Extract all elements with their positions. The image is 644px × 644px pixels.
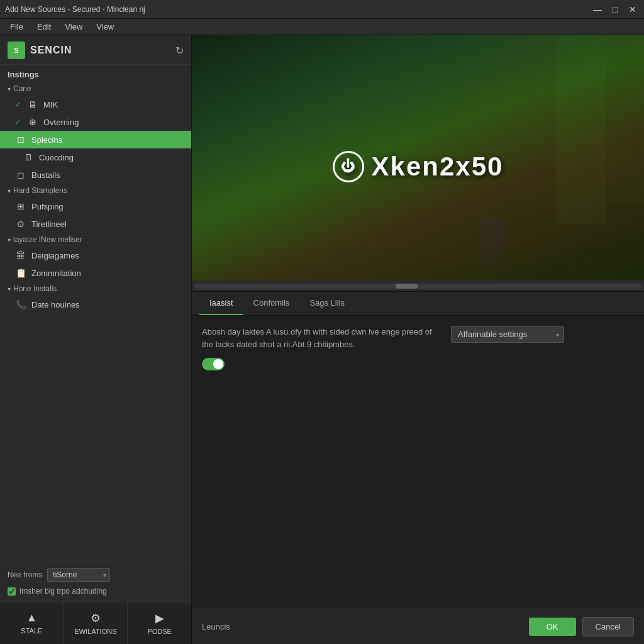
toggle-knob bbox=[213, 359, 223, 369]
sidebar-category-layalze[interactable]: layalze INew meliser bbox=[0, 233, 191, 247]
category-cane-label: Cane bbox=[13, 84, 31, 93]
deigiagames-icon: 🏛 bbox=[15, 250, 26, 261]
menu-view-2[interactable]: View bbox=[90, 21, 120, 33]
sidebar-item-mik[interactable]: 🖥 MIK bbox=[0, 96, 191, 113]
stale-icon: ▲ bbox=[26, 611, 37, 625]
nav-from-label: Nee froms bbox=[8, 570, 42, 579]
settings-main-row: Abosh day laktes A iusu.ofy th with side… bbox=[202, 326, 634, 358]
tab-confomils[interactable]: Confomils bbox=[243, 292, 300, 315]
logo-text: SENCIN bbox=[30, 45, 72, 56]
checkbox-label: Imsher big trpo adchuding bbox=[19, 587, 107, 596]
app-title: Add New Sources - Secured - Minclean nj bbox=[5, 5, 145, 14]
nav-from-chevron-icon: ▾ bbox=[103, 572, 106, 579]
category-layalze-label: layalze INew meliser bbox=[13, 235, 82, 244]
sidebar-item-ovterning[interactable]: ⊕ Ovterning bbox=[0, 113, 191, 131]
sidebar-item-date-houines-label: Date houines bbox=[31, 300, 80, 309]
maximize-button[interactable]: □ bbox=[609, 3, 621, 16]
sidebar-item-pufsping-label: Pufsping bbox=[31, 202, 64, 211]
refresh-icon[interactable]: ↻ bbox=[175, 45, 184, 57]
sidebar-item-tiretlineel[interactable]: ⊙ Tiretlineel bbox=[0, 215, 191, 233]
nav-from-select[interactable]: tiSorne bbox=[47, 568, 110, 582]
include-checkbox[interactable] bbox=[8, 587, 16, 596]
sidebar-item-cuecding-label: Cuecding bbox=[39, 153, 74, 162]
checkbox-row: Imsher big trpo adchuding bbox=[8, 587, 184, 596]
sidebar-item-deigiagames[interactable]: 🏛 Deigiagames bbox=[0, 247, 191, 264]
date-houines-icon: 📞 bbox=[15, 299, 26, 310]
content-area: ⏻ Xken2x50 Iaasist Confomils Sags Lills … bbox=[192, 35, 644, 644]
close-button[interactable]: ✕ bbox=[626, 3, 639, 16]
category-hard-label: Hard Stamplens bbox=[13, 186, 67, 195]
sidebar-header: S SENCIN ↻ bbox=[0, 35, 191, 65]
ewilations-label: EWILATIONS bbox=[74, 628, 116, 635]
launch-label: Leuncis bbox=[202, 622, 230, 631]
menu-edit[interactable]: Edit bbox=[31, 21, 57, 33]
podse-button[interactable]: ▶ PODSE bbox=[128, 602, 191, 644]
sidebar: S SENCIN ↻ Instings Cane 🖥 MIK ⊕ Ovterni… bbox=[0, 35, 192, 644]
settings-dropdown[interactable]: Affarinable settings bbox=[451, 326, 564, 343]
sidebar-category-hard[interactable]: Hard Stamplens bbox=[0, 184, 191, 197]
sidebar-item-mik-label: MIK bbox=[43, 100, 58, 109]
sidebar-item-ovterning-label: Ovterning bbox=[43, 118, 79, 127]
sidebar-item-pufsping[interactable]: ⊞ Pufsping bbox=[0, 197, 191, 215]
sidebar-item-bustails[interactable]: ◻ Bustails bbox=[0, 166, 191, 184]
preview-text: Xken2x50 bbox=[372, 152, 504, 182]
preview-overlay: ⏻ Xken2x50 bbox=[333, 151, 504, 182]
zommnitation-icon: 📋 bbox=[15, 267, 26, 279]
sidebar-item-deigiagames-label: Deigiagames bbox=[31, 251, 79, 260]
category-hone-label: Hone Installs bbox=[13, 284, 57, 293]
scroll-thumb[interactable] bbox=[396, 284, 418, 289]
ovterning-icon: ⊕ bbox=[27, 116, 38, 128]
tab-sags-lills[interactable]: Sags Lills bbox=[299, 292, 355, 315]
menu-view-1[interactable]: View bbox=[58, 21, 89, 33]
dropdown-wrapper: Affarinable settings ▾ bbox=[451, 326, 564, 343]
toggle-switch[interactable] bbox=[202, 358, 225, 370]
tab-iaasist[interactable]: Iaasist bbox=[199, 292, 243, 315]
mik-icon: 🖥 bbox=[27, 99, 38, 110]
bottom-bar: Leuncis OK Cancel bbox=[192, 609, 644, 644]
preview-image: ⏻ Xken2x50 bbox=[192, 35, 644, 280]
menu-bar: File Edit View View bbox=[0, 19, 644, 35]
tiretlineel-icon: ⊙ bbox=[15, 218, 26, 230]
stale-button[interactable]: ▲ STALE bbox=[0, 602, 64, 644]
podse-icon: ▶ bbox=[155, 611, 164, 625]
logo-icon: S bbox=[8, 42, 25, 59]
sidebar-logo: S SENCIN bbox=[8, 42, 72, 59]
sidebar-footer: ▲ STALE ⚙ EWILATIONS ▶ PODSE bbox=[0, 602, 191, 644]
sidebar-item-cuecding[interactable]: 🗓 Cuecding bbox=[0, 148, 191, 166]
sidebar-section-label: Instings bbox=[0, 65, 191, 82]
podse-label: PODSE bbox=[147, 628, 172, 635]
title-bar-controls: — □ ✕ bbox=[591, 3, 639, 16]
preview-logo-icon: ⏻ bbox=[333, 151, 364, 182]
pufsping-icon: ⊞ bbox=[15, 201, 26, 212]
scroll-bar[interactable] bbox=[192, 280, 644, 292]
settings-description: Abosh day laktes A iusu.ofy th with side… bbox=[202, 326, 441, 350]
bustails-icon: ◻ bbox=[15, 169, 26, 180]
sidebar-category-cane[interactable]: Cane bbox=[0, 82, 191, 96]
stale-label: STALE bbox=[21, 627, 42, 635]
ewilations-button[interactable]: ⚙ EWILATIONS bbox=[64, 602, 128, 644]
title-bar-left: Add New Sources - Secured - Minclean nj bbox=[5, 5, 145, 14]
scroll-track[interactable] bbox=[194, 284, 641, 289]
settings-content: Abosh day laktes A iusu.ofy th with side… bbox=[192, 316, 644, 609]
sidebar-bottom: Nee froms tiSorne ▾ Imsher big trpo adch… bbox=[0, 561, 191, 602]
sidebar-item-zommnitation[interactable]: 📋 Zommnitation bbox=[0, 264, 191, 282]
cuecding-icon: 🗓 bbox=[23, 152, 34, 163]
menu-file[interactable]: File bbox=[4, 21, 30, 33]
sidebar-item-zommnitation-label: Zommnitation bbox=[31, 269, 81, 278]
sidebar-item-tiretlineel-label: Tiretlineel bbox=[31, 219, 67, 229]
sidebar-item-spiecins-label: Spiecins bbox=[31, 135, 62, 145]
spiecins-icon: ⊡ bbox=[15, 134, 26, 145]
ewilations-icon: ⚙ bbox=[91, 611, 101, 625]
cancel-button[interactable]: Cancel bbox=[582, 617, 634, 636]
nav-from-row: Nee froms tiSorne ▾ bbox=[8, 568, 184, 582]
sidebar-item-bustails-label: Bustails bbox=[31, 170, 60, 180]
sidebar-item-date-houines[interactable]: 📞 Date houines bbox=[0, 296, 191, 313]
tabs-bar: Iaasist Confomils Sags Lills bbox=[192, 292, 644, 316]
sidebar-category-hone[interactable]: Hone Installs bbox=[0, 282, 191, 296]
ok-button[interactable]: OK bbox=[529, 618, 576, 636]
minimize-button[interactable]: — bbox=[591, 3, 604, 16]
title-bar: Add New Sources - Secured - Minclean nj … bbox=[0, 0, 644, 19]
main-layout: S SENCIN ↻ Instings Cane 🖥 MIK ⊕ Ovterni… bbox=[0, 35, 644, 644]
sidebar-item-spiecins[interactable]: ⊡ Spiecins bbox=[0, 131, 191, 148]
